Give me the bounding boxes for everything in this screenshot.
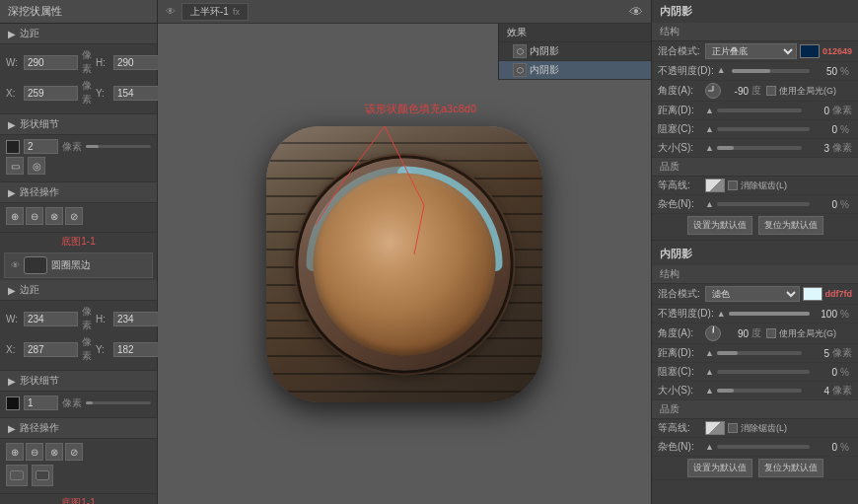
path-op-btn2[interactable]: ⊖ [26, 207, 43, 225]
path-op-btn3[interactable]: ⊗ [45, 207, 63, 225]
annotation-text: 该形状颜色填充a3c8d0 [365, 102, 476, 116]
rp-size2-arrow: ▲ [705, 386, 714, 396]
section-shape1-label: 形状细节 [20, 117, 59, 131]
stroke-color1[interactable] [6, 140, 20, 154]
path-ops2: ⊕ ⊖ ⊗ ⊘ [6, 443, 151, 461]
w-input2[interactable] [24, 312, 78, 326]
rp-choke1-label: 阻塞(C): [658, 122, 702, 136]
eff-row-shadow2[interactable]: ⬡ 内阴影 [499, 61, 651, 80]
rp-default1-btn[interactable]: 设置为默认值 [687, 216, 752, 235]
x-label2: X: [6, 344, 20, 355]
rp-size2-row: 大小(S): ▲ 4 像素 [652, 382, 858, 400]
rp-opacity2-arrow: ▲ [717, 309, 726, 319]
rp-dist1-slider[interactable] [717, 108, 802, 112]
rp-antialias1-check[interactable] [728, 180, 738, 190]
h-label2: H: [96, 314, 109, 324]
rp-globallight2-check[interactable] [766, 328, 776, 338]
rp-quality1-header: 品质 [652, 158, 858, 177]
top-eye-icon[interactable]: 👁 [166, 6, 176, 17]
rp-angle1-dial[interactable] [705, 83, 721, 99]
rp-choke1-unit: % [840, 124, 852, 135]
canvas-eye-btn[interactable]: 👁 [629, 4, 643, 20]
rp-size2-unit: 像素 [832, 384, 852, 397]
x-input2[interactable] [24, 342, 78, 357]
triangle-icon4: ▶ [8, 285, 16, 296]
stroke-unit2: 像素 [62, 396, 82, 410]
stroke-size2[interactable] [24, 396, 58, 410]
path-op-btn1[interactable]: ⊕ [6, 207, 24, 225]
path-thumb1[interactable] [6, 465, 28, 486]
section-path1-label: 路径操作 [20, 185, 59, 199]
rp-choke2-slider[interactable] [717, 370, 810, 374]
stroke-slider1[interactable] [86, 145, 151, 148]
h-label1: H: [96, 57, 109, 68]
rp-angle1-unit: 度 [751, 84, 763, 98]
rp-color2[interactable] [803, 287, 822, 301]
section-path2-label: 路径操作 [20, 421, 59, 435]
stroke-size1[interactable] [24, 139, 58, 154]
rp-title1: 内阴影 [652, 0, 858, 23]
rp-choke1-slider[interactable] [717, 127, 810, 131]
wh-row1: W: 像素 H: 像素 [6, 48, 151, 76]
section-border2-label: 边距 [20, 283, 39, 297]
rp-dist2-value: 5 [805, 348, 829, 359]
rp-default2-btn[interactable]: 设置为默认值 [687, 459, 752, 477]
eye-icon[interactable]: 👁 [11, 260, 20, 270]
path-op2-btn2[interactable]: ⊖ [26, 443, 43, 461]
path-op2-btn3[interactable]: ⊗ [45, 443, 63, 461]
eff-row-shadow1[interactable]: ⬡ 内阴影 [499, 42, 651, 61]
rp-contour1-swatch[interactable] [705, 179, 725, 192]
rp-size2-value: 4 [805, 386, 829, 396]
rp-divider1 [652, 240, 858, 241]
path-op2-btn4[interactable]: ⊘ [65, 443, 83, 461]
rp-size1-slider[interactable] [717, 146, 802, 150]
rp-noise2-row: 杂色(N): ▲ 0 % [652, 438, 858, 457]
rp-opacity1-slider[interactable] [732, 69, 810, 73]
rp-opacity2-slider[interactable] [729, 312, 810, 316]
rp-dist2-slider[interactable] [717, 351, 802, 355]
path-thumb2[interactable] [32, 465, 53, 486]
app-icon [266, 126, 542, 402]
hex-tag2: ddf7fd [825, 289, 853, 299]
app-icon-container: 该形状颜色填充a3c8d0 [266, 126, 542, 402]
y-label2: Y: [96, 344, 109, 355]
layer-name-circle: 圆圈黑边 [51, 258, 91, 272]
rp-size2-slider[interactable] [717, 389, 802, 393]
rp-reset2-btn[interactable]: 复位为默认值 [758, 459, 823, 477]
rp-noise2-label: 杂色(N): [658, 440, 702, 454]
rp-antialias2-label: 消除锯齿(L) [741, 422, 787, 435]
rp-angle2-dial[interactable] [705, 325, 721, 341]
rp-choke2-arrow: ▲ [705, 367, 714, 377]
stroke-unit1: 像素 [62, 140, 82, 154]
rp-angle2-label: 角度(A): [658, 326, 702, 340]
rp-quality2-header: 品质 [652, 400, 858, 419]
panel-title: 深挖状属性 [0, 0, 157, 24]
rp-color1[interactable] [800, 44, 820, 58]
rp-blend2-select[interactable]: 滤色 [705, 286, 800, 302]
rp-opacity1-unit: % [840, 66, 852, 77]
x-input1[interactable] [24, 86, 78, 101]
rp-choke1-arrow: ▲ [705, 124, 714, 134]
rp-noise2-slider[interactable] [717, 445, 810, 449]
rp-antialias2-check[interactable] [728, 423, 738, 433]
rp-choke2-unit: % [840, 367, 852, 378]
shape-icon-btn1[interactable]: ▭ [6, 157, 24, 175]
layer-item-circle[interactable]: 👁 圆圈黑边 [4, 252, 153, 278]
path-op2-btn1[interactable]: ⊕ [6, 443, 24, 461]
rp-noise1-slider[interactable] [717, 202, 810, 206]
layer-tab[interactable]: 上半环-1 fx [181, 3, 249, 21]
path-op-btn4[interactable]: ⊘ [65, 207, 83, 225]
rp-globallight1-check[interactable] [766, 86, 776, 96]
canvas-area: 👁 上半环-1 fx 👁 效果 ⬡ 内阴影 ⬡ 内阴影 [158, 0, 651, 504]
stroke-slider2[interactable] [86, 401, 151, 404]
shape-icon-btn2[interactable]: ◎ [28, 157, 45, 175]
xy-row2: X: 像素 Y: 像素 [6, 335, 151, 363]
rp-reset1-btn[interactable]: 复位为默认值 [758, 216, 823, 235]
stroke-color2[interactable] [6, 396, 20, 410]
rp-contour2-swatch[interactable] [705, 421, 725, 435]
rp-blend1-select[interactable]: 正片叠底 [705, 43, 797, 59]
w-input1[interactable] [24, 55, 78, 70]
w-label1: W: [6, 57, 20, 68]
x-unit1: 像素 [82, 79, 92, 107]
rp-noise1-unit: % [840, 199, 852, 210]
